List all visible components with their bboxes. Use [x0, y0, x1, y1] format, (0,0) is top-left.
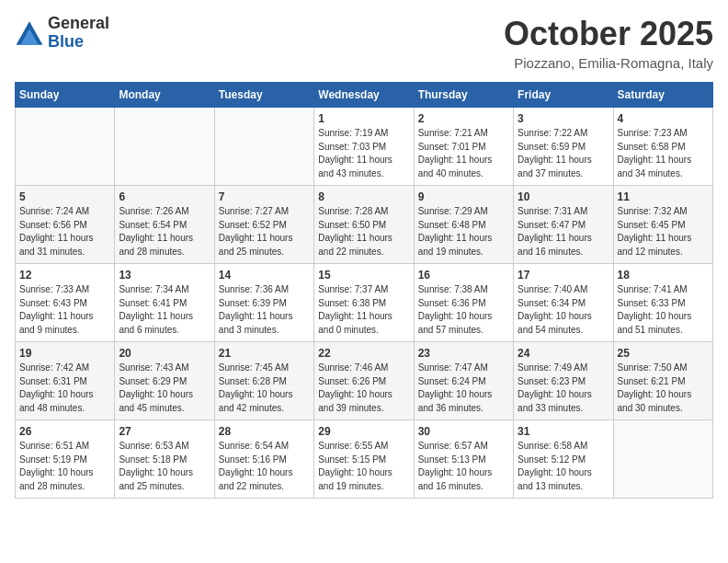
logo-icon: [15, 18, 44, 48]
day-info: Sunrise: 7:23 AMSunset: 6:58 PMDaylight:…: [618, 127, 709, 180]
calendar-cell: 14Sunrise: 7:36 AMSunset: 6:39 PMDayligh…: [214, 264, 313, 342]
location: Piozzano, Emilia-Romagna, Italy: [504, 55, 713, 71]
calendar-cell: 8Sunrise: 7:28 AMSunset: 6:50 PMDaylight…: [314, 186, 414, 264]
day-number: 20: [119, 347, 210, 360]
calendar-week-3: 12Sunrise: 7:33 AMSunset: 6:43 PMDayligh…: [16, 264, 713, 342]
day-info: Sunrise: 7:42 AMSunset: 6:31 PMDaylight:…: [19, 362, 110, 415]
weekday-header-friday: Friday: [514, 83, 613, 108]
day-number: 21: [219, 347, 310, 360]
day-number: 11: [618, 190, 709, 203]
day-number: 18: [618, 269, 709, 282]
calendar-cell: [16, 108, 115, 186]
day-number: 17: [518, 269, 609, 282]
day-info: Sunrise: 7:50 AMSunset: 6:21 PMDaylight:…: [618, 362, 709, 415]
calendar-cell: 28Sunrise: 6:54 AMSunset: 5:16 PMDayligh…: [214, 420, 313, 499]
day-info: Sunrise: 7:37 AMSunset: 6:38 PMDaylight:…: [318, 283, 409, 337]
calendar-week-2: 5Sunrise: 7:24 AMSunset: 6:56 PMDaylight…: [16, 186, 713, 264]
day-number: 27: [119, 425, 210, 438]
day-info: Sunrise: 7:41 AMSunset: 6:33 PMDaylight:…: [618, 283, 709, 337]
day-info: Sunrise: 7:47 AMSunset: 6:24 PMDaylight:…: [418, 362, 509, 415]
day-info: Sunrise: 7:46 AMSunset: 6:26 PMDaylight:…: [318, 362, 409, 415]
day-info: Sunrise: 7:49 AMSunset: 6:23 PMDaylight:…: [518, 362, 609, 415]
calendar-cell: 26Sunrise: 6:51 AMSunset: 5:19 PMDayligh…: [16, 420, 115, 499]
day-info: Sunrise: 7:32 AMSunset: 6:45 PMDaylight:…: [618, 205, 709, 259]
logo-blue: Blue: [48, 33, 109, 52]
calendar-cell: 1Sunrise: 7:19 AMSunset: 7:03 PMDaylight…: [314, 108, 414, 186]
day-info: Sunrise: 7:43 AMSunset: 6:29 PMDaylight:…: [119, 362, 210, 415]
calendar-cell: 11Sunrise: 7:32 AMSunset: 6:45 PMDayligh…: [613, 186, 712, 264]
day-number: 24: [518, 347, 609, 360]
day-info: Sunrise: 7:19 AMSunset: 7:03 PMDaylight:…: [318, 127, 409, 180]
day-number: 10: [518, 190, 609, 203]
day-info: Sunrise: 7:45 AMSunset: 6:28 PMDaylight:…: [219, 362, 310, 415]
day-info: Sunrise: 6:55 AMSunset: 5:15 PMDaylight:…: [318, 440, 409, 493]
calendar-cell: 31Sunrise: 6:58 AMSunset: 5:12 PMDayligh…: [514, 420, 613, 499]
weekday-header-row: SundayMondayTuesdayWednesdayThursdayFrid…: [16, 83, 713, 108]
day-number: 22: [318, 347, 409, 360]
calendar-cell: 29Sunrise: 6:55 AMSunset: 5:15 PMDayligh…: [314, 420, 414, 499]
month-title: October 2025: [504, 15, 713, 53]
day-number: 25: [618, 347, 709, 360]
weekday-header-thursday: Thursday: [414, 83, 513, 108]
page-header: General Blue October 2025 Piozzano, Emil…: [15, 15, 713, 71]
calendar-cell: 13Sunrise: 7:34 AMSunset: 6:41 PMDayligh…: [115, 264, 214, 342]
calendar-week-4: 19Sunrise: 7:42 AMSunset: 6:31 PMDayligh…: [16, 342, 713, 420]
day-info: Sunrise: 7:24 AMSunset: 6:56 PMDaylight:…: [19, 205, 110, 259]
calendar-cell: [613, 420, 712, 499]
day-number: 28: [219, 425, 310, 438]
calendar-cell: 16Sunrise: 7:38 AMSunset: 6:36 PMDayligh…: [414, 264, 513, 342]
calendar-cell: 10Sunrise: 7:31 AMSunset: 6:47 PMDayligh…: [514, 186, 613, 264]
day-number: 19: [19, 347, 110, 360]
day-info: Sunrise: 7:21 AMSunset: 7:01 PMDaylight:…: [418, 127, 509, 180]
day-info: Sunrise: 6:53 AMSunset: 5:18 PMDaylight:…: [119, 440, 210, 493]
day-number: 29: [318, 425, 409, 438]
calendar-cell: [214, 108, 313, 186]
day-number: 1: [318, 112, 409, 125]
calendar-cell: 18Sunrise: 7:41 AMSunset: 6:33 PMDayligh…: [613, 264, 712, 342]
day-info: Sunrise: 6:51 AMSunset: 5:19 PMDaylight:…: [19, 440, 110, 493]
day-number: 9: [418, 190, 509, 203]
day-info: Sunrise: 7:40 AMSunset: 6:34 PMDaylight:…: [518, 283, 609, 337]
calendar-cell: 6Sunrise: 7:26 AMSunset: 6:54 PMDaylight…: [115, 186, 214, 264]
weekday-header-monday: Monday: [115, 83, 214, 108]
calendar-week-1: 1Sunrise: 7:19 AMSunset: 7:03 PMDaylight…: [16, 108, 713, 186]
calendar-cell: 27Sunrise: 6:53 AMSunset: 5:18 PMDayligh…: [115, 420, 214, 499]
day-number: 23: [418, 347, 509, 360]
day-number: 31: [518, 425, 609, 438]
calendar-cell: 25Sunrise: 7:50 AMSunset: 6:21 PMDayligh…: [613, 342, 712, 420]
calendar-cell: 2Sunrise: 7:21 AMSunset: 7:01 PMDaylight…: [414, 108, 513, 186]
day-number: 5: [19, 190, 110, 203]
day-number: 14: [219, 269, 310, 282]
calendar-cell: 15Sunrise: 7:37 AMSunset: 6:38 PMDayligh…: [314, 264, 414, 342]
day-info: Sunrise: 6:58 AMSunset: 5:12 PMDaylight:…: [518, 440, 609, 493]
calendar-cell: 9Sunrise: 7:29 AMSunset: 6:48 PMDaylight…: [414, 186, 513, 264]
day-info: Sunrise: 7:31 AMSunset: 6:47 PMDaylight:…: [518, 205, 609, 259]
day-number: 30: [418, 425, 509, 438]
calendar-cell: 5Sunrise: 7:24 AMSunset: 6:56 PMDaylight…: [16, 186, 115, 264]
day-number: 16: [418, 269, 509, 282]
calendar-cell: 30Sunrise: 6:57 AMSunset: 5:13 PMDayligh…: [414, 420, 513, 499]
day-info: Sunrise: 7:22 AMSunset: 6:59 PMDaylight:…: [518, 127, 609, 180]
day-info: Sunrise: 7:38 AMSunset: 6:36 PMDaylight:…: [418, 283, 509, 337]
day-number: 6: [119, 190, 210, 203]
calendar-cell: [115, 108, 214, 186]
day-number: 8: [318, 190, 409, 203]
calendar-table: SundayMondayTuesdayWednesdayThursdayFrid…: [15, 82, 713, 499]
calendar-cell: 12Sunrise: 7:33 AMSunset: 6:43 PMDayligh…: [16, 264, 115, 342]
day-info: Sunrise: 7:34 AMSunset: 6:41 PMDaylight:…: [119, 283, 210, 337]
calendar-cell: 22Sunrise: 7:46 AMSunset: 6:26 PMDayligh…: [314, 342, 414, 420]
day-info: Sunrise: 7:29 AMSunset: 6:48 PMDaylight:…: [418, 205, 509, 259]
calendar-cell: 23Sunrise: 7:47 AMSunset: 6:24 PMDayligh…: [414, 342, 513, 420]
logo-general: General: [48, 15, 109, 33]
day-number: 3: [518, 112, 609, 125]
calendar-cell: 7Sunrise: 7:27 AMSunset: 6:52 PMDaylight…: [214, 186, 313, 264]
calendar-cell: 21Sunrise: 7:45 AMSunset: 6:28 PMDayligh…: [214, 342, 313, 420]
calendar-week-5: 26Sunrise: 6:51 AMSunset: 5:19 PMDayligh…: [16, 420, 713, 499]
calendar-cell: 17Sunrise: 7:40 AMSunset: 6:34 PMDayligh…: [514, 264, 613, 342]
calendar-cell: 20Sunrise: 7:43 AMSunset: 6:29 PMDayligh…: [115, 342, 214, 420]
day-number: 4: [618, 112, 709, 125]
day-info: Sunrise: 7:28 AMSunset: 6:50 PMDaylight:…: [318, 205, 409, 259]
day-number: 2: [418, 112, 509, 125]
day-info: Sunrise: 7:27 AMSunset: 6:52 PMDaylight:…: [219, 205, 310, 259]
title-block: October 2025 Piozzano, Emilia-Romagna, I…: [504, 15, 713, 71]
